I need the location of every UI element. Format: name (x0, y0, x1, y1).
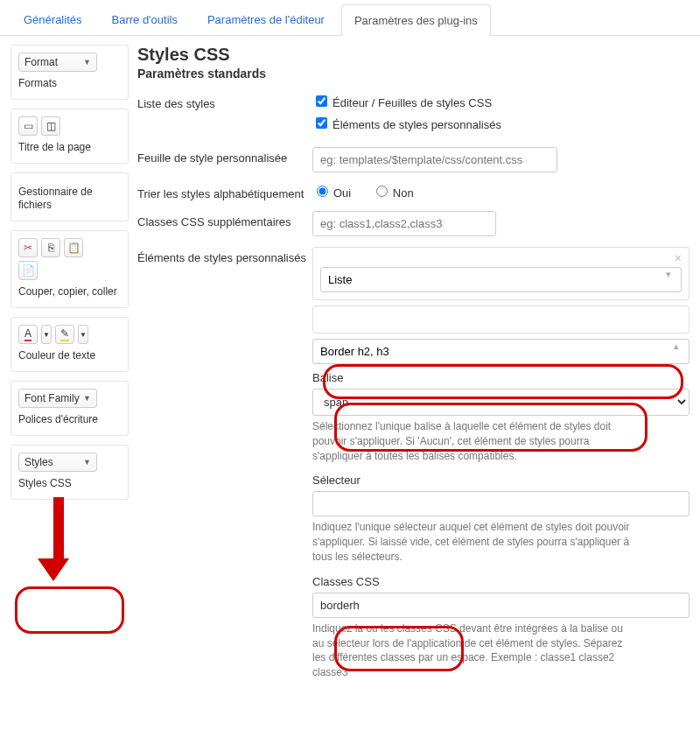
label-balise: Balise (312, 371, 690, 384)
sidebar-label-formats: Formats (18, 77, 121, 90)
format-select-label: Format (24, 56, 58, 68)
sidebar-label-titre: Titre de la page (18, 141, 121, 154)
caret-down-icon: ▼ (83, 394, 91, 403)
highlight-icon: ✎ (55, 325, 74, 344)
style-element-panel-liste: × ▾ (312, 247, 690, 300)
help-classes-css: Indiquez la ou les classes CSS devant êt… (312, 621, 636, 680)
page-title: Styles CSS (137, 45, 690, 65)
select-balise[interactable]: span (312, 389, 690, 416)
styles-select-label: Styles (24, 456, 53, 468)
highlight-caret: ▼ (78, 325, 88, 344)
checkbox-editeur-feuilles-input[interactable] (316, 95, 327, 107)
checkbox-elements-perso[interactable]: Éléments de styles personnalisés (312, 115, 690, 131)
sidebar-item-formats[interactable]: Format ▼ Formats (10, 45, 129, 100)
label-elements-perso: Éléments de styles personnalisés (137, 247, 312, 264)
label-classes-css: Classes CSS (312, 575, 690, 588)
label-feuille-perso: Feuille de style personnalisée (137, 147, 312, 165)
input-selecteur[interactable] (312, 491, 690, 516)
sidebar-item-couper-copier-coller[interactable]: ✂ ⎘ 📋 📄 Couper, copier, coller (10, 230, 129, 308)
checkbox-elements-perso-input[interactable] (316, 117, 327, 129)
sidebar-item-titre-page[interactable]: ▭ ◫ Titre de la page (10, 109, 129, 164)
checkbox-editeur-feuilles[interactable]: Éditeur / Feuilles de styles CSS (312, 93, 690, 109)
tab-barre-outils[interactable]: Barre d'outils (98, 4, 190, 35)
page-icon: ▭ (18, 116, 38, 136)
cut-icon: ✂ (18, 238, 38, 257)
label-classes-supp: Classes CSS supplémentaires (137, 211, 312, 228)
input-classes-css[interactable] (312, 593, 690, 618)
sidebar-item-styles-css[interactable]: Styles ▼ Styles CSS (10, 445, 129, 500)
sidebar-label-polices: Polices d'écriture (18, 413, 121, 426)
tab-parametres-editeur[interactable]: Paramètres de l'éditeur (194, 4, 338, 35)
content-area: Styles CSS Paramètres standards Liste de… (137, 45, 690, 701)
font-family-label: Font Family (24, 392, 80, 404)
paste-icon: 📋 (64, 238, 83, 257)
label-trier: Trier les styles alphabétiquement (137, 183, 312, 200)
sidebar-label-gestionnaire: Gestionnaire de fichiers (18, 186, 121, 212)
text-color-icon: A (18, 325, 38, 344)
input-style-name-liste[interactable] (320, 267, 682, 292)
radio-non[interactable]: Non (372, 186, 414, 200)
text-color-caret: ▼ (41, 325, 52, 344)
sidebar-item-couleur-texte[interactable]: A ▼ ✎ ▼ Couleur de texte (10, 317, 129, 372)
help-balise: Sélectionnez l'unique balise à laquelle … (312, 419, 636, 463)
input-feuille-perso[interactable] (312, 147, 557, 172)
sidebar-label-couper: Couper, copier, coller (18, 285, 121, 298)
tab-generalites[interactable]: Généralités (10, 4, 94, 35)
paste-text-icon: 📄 (18, 261, 38, 280)
sidebar-item-font-family[interactable]: Font Family ▼ Polices d'écriture (10, 381, 129, 436)
tab-parametres-plugins[interactable]: Paramètres des plug-ins (341, 4, 491, 36)
caret-down-icon: ▼ (83, 58, 91, 67)
label-selecteur: Sélecteur (312, 474, 690, 487)
tab-bar: Généralités Barre d'outils Paramètres de… (0, 0, 700, 36)
sidebar: Format ▼ Formats ▭ ◫ Titre de la page Ge… (10, 45, 129, 701)
styles-select[interactable]: Styles ▼ (18, 453, 97, 472)
help-selecteur: Indiquez l'unique sélecteur auquel cet é… (312, 520, 636, 564)
sidebar-label-couleur: Couleur de texte (18, 349, 121, 362)
input-style-name-border[interactable] (312, 339, 690, 364)
input-classes-supp[interactable] (312, 211, 496, 236)
close-icon[interactable]: × (675, 251, 682, 265)
page-subtitle: Paramètres standards (137, 67, 690, 81)
radio-oui[interactable]: Oui (312, 186, 351, 200)
font-family-select[interactable]: Font Family ▼ (18, 389, 97, 408)
label-liste-styles: Liste des styles (137, 93, 312, 110)
format-select[interactable]: Format ▼ (18, 53, 97, 72)
caret-down-icon: ▼ (83, 458, 91, 467)
style-element-panel-border (312, 305, 690, 333)
sidebar-item-gestionnaire[interactable]: Gestionnaire de fichiers (10, 172, 129, 221)
sidebar-label-styles: Styles CSS (18, 477, 121, 490)
copy-icon: ⎘ (41, 238, 60, 257)
page-split-icon: ◫ (41, 116, 60, 136)
